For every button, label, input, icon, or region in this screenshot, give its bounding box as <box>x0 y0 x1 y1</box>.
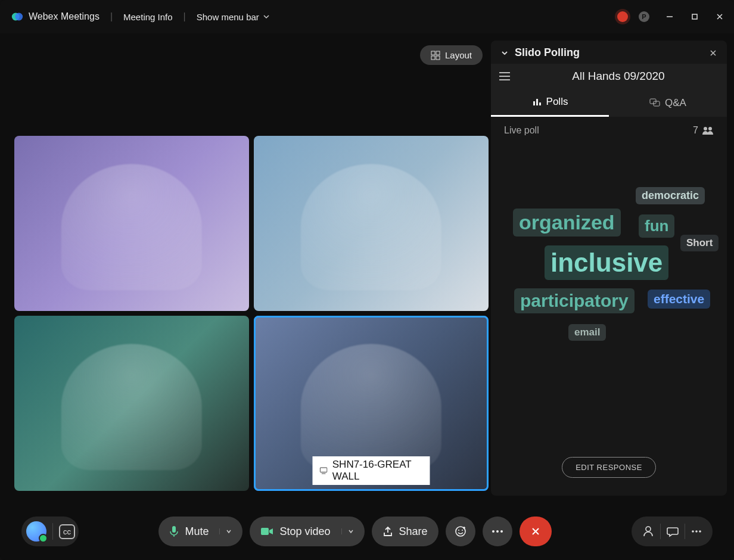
svg-point-22 <box>462 530 463 531</box>
titlebar-left: Webex Meetings | Meeting Info | Show men… <box>11 10 270 23</box>
brand-text: Webex Meetings <box>29 11 99 22</box>
video-tile[interactable] <box>254 136 489 311</box>
menu-button[interactable] <box>499 72 510 80</box>
word-cloud-word[interactable]: effective <box>648 290 710 309</box>
tab-qa-label: Q&A <box>665 97 686 109</box>
svg-rect-12 <box>539 102 541 105</box>
more-icon <box>492 530 503 533</box>
stop-video-label: Stop video <box>279 525 330 538</box>
microphone-icon <box>169 525 179 537</box>
participants-button[interactable] <box>642 525 654 537</box>
closed-captions-button[interactable]: cc <box>59 524 75 539</box>
word-cloud-word[interactable]: email <box>568 324 606 341</box>
participant-video <box>61 164 202 290</box>
participant-video <box>301 164 441 290</box>
meeting-info-link[interactable]: Meeting Info <box>123 12 173 22</box>
chat-button[interactable] <box>667 525 679 537</box>
svg-point-25 <box>492 530 494 533</box>
maximize-button[interactable] <box>691 13 698 20</box>
emoji-icon <box>454 525 467 538</box>
poll-participants: 7 <box>693 125 714 136</box>
svg-rect-10 <box>533 101 535 105</box>
video-tile[interactable] <box>14 136 249 311</box>
tab-qa[interactable]: Q&A <box>609 89 727 117</box>
window-controls <box>666 13 723 20</box>
polls-icon <box>532 97 542 107</box>
svg-rect-6 <box>431 56 435 60</box>
word-cloud-word[interactable]: Short <box>680 235 719 251</box>
svg-point-27 <box>500 530 503 533</box>
panel-session-row: All Hands 09/2020 <box>491 64 727 89</box>
slido-panel: Slido Polling All Hands 09/2020 Polls <box>491 41 727 496</box>
panel-title-row[interactable]: Slido Polling <box>500 46 580 59</box>
chevron-down-icon <box>263 13 270 20</box>
poll-header: Live poll 7 <box>491 117 727 144</box>
separator: | <box>184 11 186 22</box>
layout-button[interactable]: Layout <box>420 45 483 65</box>
qa-icon <box>649 98 660 108</box>
svg-rect-7 <box>436 56 440 60</box>
video-grid: SHN7-16-GREAT WALL <box>14 136 489 491</box>
separator: | <box>110 11 113 22</box>
reactions-button[interactable] <box>446 517 475 546</box>
svg-point-30 <box>695 530 698 533</box>
svg-point-15 <box>704 127 707 130</box>
tab-polls[interactable]: Polls <box>491 89 609 117</box>
titlebar-right: P <box>617 11 723 22</box>
video-tile[interactable] <box>14 316 249 491</box>
recording-indicator-icon[interactable] <box>617 11 628 22</box>
panel-header: Slido Polling <box>491 41 727 64</box>
video-options-button[interactable] <box>341 528 354 534</box>
control-bar-left: cc <box>21 517 79 546</box>
svg-rect-11 <box>536 99 538 105</box>
word-cloud-word[interactable]: organized <box>513 209 621 237</box>
minimize-icon <box>666 13 673 20</box>
chevron-down-icon <box>348 528 354 534</box>
mute-button[interactable]: Mute <box>158 517 242 546</box>
participant-name: SHN7-16-GREAT WALL <box>332 459 423 483</box>
stop-video-button[interactable]: Stop video <box>250 517 364 546</box>
minimize-button[interactable] <box>666 13 673 20</box>
close-icon <box>531 527 540 536</box>
poll-count: 7 <box>693 125 698 136</box>
panel-tabs: Polls Q&A <box>491 89 727 117</box>
svg-rect-19 <box>261 528 269 535</box>
share-label: Share <box>399 525 428 538</box>
participant-video <box>301 344 441 470</box>
close-button[interactable] <box>716 13 723 20</box>
more-options-button[interactable] <box>483 517 512 546</box>
share-icon <box>382 526 393 537</box>
share-button[interactable]: Share <box>372 517 438 546</box>
chat-icon <box>667 525 679 537</box>
svg-point-21 <box>458 530 459 531</box>
room-device-icon <box>320 466 328 475</box>
mute-options-button[interactable] <box>219 528 232 534</box>
word-cloud-word[interactable]: fun <box>639 214 674 238</box>
word-cloud-word[interactable]: democratic <box>636 187 705 204</box>
people-icon <box>702 126 714 135</box>
svg-point-26 <box>496 530 499 533</box>
video-tile-active[interactable]: SHN7-16-GREAT WALL <box>254 316 489 491</box>
svg-rect-8 <box>320 468 327 472</box>
control-bar-right <box>632 517 713 546</box>
mute-label: Mute <box>185 525 209 538</box>
assistant-pill[interactable]: cc <box>21 517 79 546</box>
panel-more-button[interactable] <box>691 530 702 533</box>
end-call-button[interactable] <box>520 517 552 546</box>
edit-response-label: EDIT RESPONSE <box>576 463 642 472</box>
panel-title: Slido Polling <box>515 46 580 59</box>
video-stage: Layout SHN7-16-GREAT WALL <box>0 33 491 503</box>
edit-response-button[interactable]: EDIT RESPONSE <box>562 457 656 478</box>
word-cloud-word[interactable]: inclusive <box>545 245 668 280</box>
svg-point-31 <box>699 530 701 533</box>
svg-point-1 <box>15 13 23 21</box>
panel-close-button[interactable] <box>709 49 717 57</box>
assistant-avatar-icon <box>26 521 46 542</box>
app-window: Webex Meetings | Meeting Info | Show men… <box>0 0 734 560</box>
tab-polls-label: Polls <box>546 96 568 108</box>
svg-point-28 <box>646 527 651 531</box>
show-menu-bar-toggle[interactable]: Show menu bar <box>197 12 270 22</box>
svg-point-16 <box>708 127 712 130</box>
privacy-indicator-icon[interactable]: P <box>639 11 649 22</box>
word-cloud-word[interactable]: participatory <box>514 288 635 313</box>
